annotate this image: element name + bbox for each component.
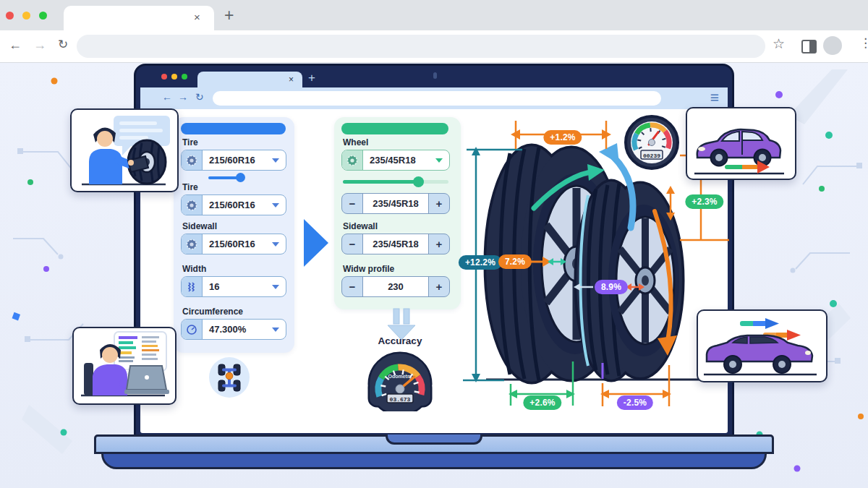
badge-tread-diff: 7.2% (498, 254, 532, 269)
address-bar[interactable] (77, 35, 765, 58)
profile-avatar[interactable] (823, 36, 842, 55)
badge-profile-diff: +2.3% (685, 194, 723, 209)
card-person-with-laptop (72, 327, 176, 405)
inner-reload-icon[interactable]: ↻ (195, 92, 204, 102)
chevron-down-icon (272, 242, 279, 247)
inner-back-icon[interactable]: ← (162, 92, 172, 102)
sidebar-toggle-icon[interactable] (801, 40, 817, 53)
tire-mini-slider[interactable] (208, 176, 241, 179)
forward-icon[interactable]: → (33, 38, 46, 51)
inner-browser-tab[interactable]: × (197, 72, 302, 87)
laptop-notch (386, 435, 482, 445)
titlebar-dot (433, 72, 437, 79)
chassis-icon (209, 357, 250, 398)
tire-calculator-illustration: × + ← → ↻ ☆ ⋮ × + ← → ↻ ≡ Tire 215 (0, 0, 868, 488)
plus-button[interactable]: + (429, 234, 449, 254)
chevron-down-icon (272, 285, 279, 289)
convert-arrow (304, 219, 328, 267)
profile-stepper: − 230 + (341, 276, 450, 297)
wheel-slider[interactable] (343, 180, 448, 184)
tire-icon (182, 195, 203, 215)
laptop-base (101, 454, 767, 469)
plus-button[interactable]: + (429, 277, 449, 296)
card-car-forward (686, 107, 796, 180)
field-label-circumference: Circumference (182, 307, 243, 317)
overflow-menu-icon[interactable]: ⋮ (859, 37, 868, 51)
badge-width-diff: +1.2% (543, 130, 582, 145)
tire-dropdown-1[interactable]: 215/60R16 (181, 150, 286, 171)
stepper-value[interactable]: 235/45R18 (362, 194, 429, 213)
new-tab-button[interactable]: + (224, 7, 234, 24)
inner-new-tab-button[interactable]: + (308, 72, 315, 84)
gauge-icon (182, 320, 203, 339)
field-label-sidewall-new: Sidewall (343, 221, 378, 231)
chevron-down-icon (272, 158, 279, 163)
odometer-gauge: 00239 (624, 114, 680, 171)
field-label-tire-1: Tire (182, 137, 198, 147)
plus-button[interactable]: + (429, 194, 449, 213)
accuracy-gauge: Odometry 03.673 (365, 349, 435, 411)
slider-thumb[interactable] (236, 173, 245, 182)
wheel-dropdown[interactable]: 235/45R18 (341, 150, 450, 171)
dropdown-value: 16 (203, 277, 272, 296)
close-window-button[interactable] (6, 12, 14, 20)
circumference-dropdown[interactable]: 47.300% (181, 319, 286, 340)
minus-button[interactable]: − (342, 194, 362, 213)
wheel-stepper: − 235/45R18 + (341, 193, 450, 214)
odometer-reading: 00239 (643, 153, 660, 159)
chevron-down-icon (272, 203, 279, 207)
inner-tab-close-icon[interactable]: × (289, 74, 294, 85)
dropdown-value: 215/60R16 (203, 195, 272, 215)
browser-tab[interactable] (64, 6, 214, 30)
badge-circumference-current-diff: +2.6% (523, 395, 561, 410)
maximize-window-button[interactable] (39, 12, 47, 20)
badge-diameter-diff: +12.2% (459, 255, 502, 270)
accuracy-title: Accuracy (364, 335, 436, 346)
chevron-down-icon (435, 158, 443, 163)
stepper-value[interactable]: 235/45R18 (362, 234, 429, 254)
minus-button[interactable]: − (342, 277, 362, 296)
reload-icon[interactable]: ↻ (58, 38, 68, 51)
back-icon[interactable]: ← (9, 38, 22, 51)
field-label-width: Width (182, 264, 206, 274)
tread-icon (182, 277, 203, 296)
chevron-down-icon (272, 328, 279, 332)
dropdown-value: 47.300% (203, 320, 272, 339)
field-label-widw-profile: Widw profile (343, 264, 394, 274)
field-label-wheel: Wheel (343, 137, 368, 147)
accuracy-dial-label: Odometry (388, 374, 412, 380)
minus-button[interactable]: − (342, 234, 362, 254)
inner-forward-icon[interactable]: → (178, 92, 188, 102)
width-dropdown[interactable]: 16 (181, 276, 286, 297)
slider-thumb[interactable] (413, 176, 424, 187)
new-panel-header (341, 123, 448, 134)
tire-dropdown-2[interactable]: 215/60R16 (181, 194, 286, 215)
accuracy-reading: 03.673 (390, 396, 411, 403)
dropdown-value: 235/45R18 (363, 150, 435, 170)
stepper-value[interactable]: 230 (362, 277, 429, 296)
minimize-window-button[interactable] (22, 12, 30, 20)
sidewall-stepper: − 235/45R18 + (341, 234, 450, 254)
sidewall-dropdown[interactable]: 215/60R16 (181, 234, 286, 254)
tire-icon (182, 234, 203, 254)
tire-icon (182, 150, 203, 170)
dropdown-value: 215/60R16 (203, 234, 272, 254)
field-label-tire-2: Tire (182, 182, 198, 192)
bookmark-star-icon[interactable]: ☆ (773, 37, 785, 51)
tab-close-icon[interactable]: × (194, 12, 200, 22)
tire-icon (342, 150, 363, 170)
card-car-speed (697, 309, 827, 382)
current-panel-header (181, 123, 286, 134)
card-person-with-tire (70, 108, 179, 192)
inner-close-button[interactable] (161, 74, 167, 80)
inner-minimize-button[interactable] (171, 74, 177, 80)
badge-sidewall-diff: 8.9% (595, 280, 628, 294)
dropdown-value: 215/60R16 (203, 150, 272, 170)
inner-maximize-button[interactable] (182, 74, 187, 80)
badge-circumference-new-diff: -2.5% (617, 395, 653, 410)
field-label-sidewall: Sidewall (182, 221, 217, 231)
